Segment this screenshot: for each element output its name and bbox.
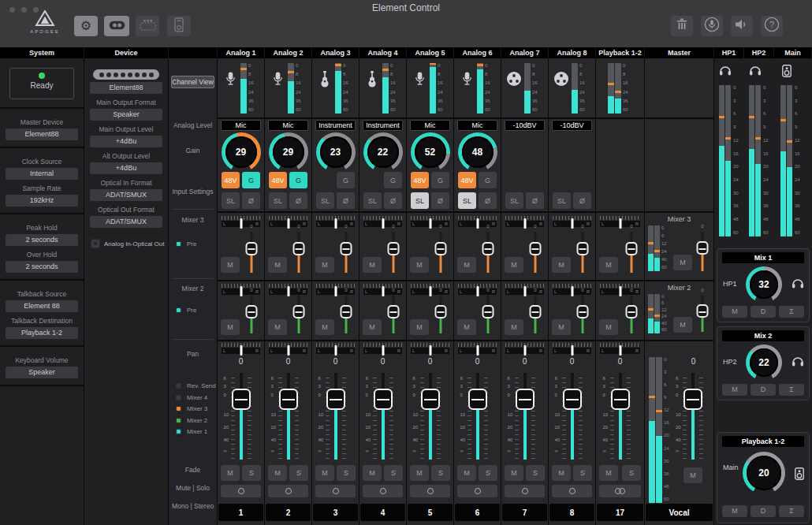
gain-knob[interactable]: 22 xyxy=(363,132,403,172)
solo-button[interactable]: S xyxy=(242,465,261,481)
solo-button[interactable]: S xyxy=(622,465,641,481)
main-fader[interactable]: 630102040∞ xyxy=(270,371,307,461)
channel-name-strip[interactable]: 2 xyxy=(266,504,311,521)
main-fader[interactable]: 630102040∞ xyxy=(554,371,590,461)
mixer3-send-fader[interactable]: 0 xyxy=(386,230,400,274)
main-pan[interactable]: LR xyxy=(505,343,544,356)
talkback-button[interactable] xyxy=(701,16,723,36)
send-fader-handle[interactable] xyxy=(435,305,447,318)
mixer3-mute-button[interactable]: M xyxy=(221,257,240,273)
mix-mute-button[interactable]: M xyxy=(722,384,747,396)
main-fader[interactable]: 630102040∞ xyxy=(412,371,449,461)
mixer2-send-fader[interactable]: 0 xyxy=(575,294,590,335)
send-fader-handle[interactable] xyxy=(435,242,447,255)
mix-level-knob[interactable]: 32 xyxy=(746,266,782,303)
pan-handle[interactable] xyxy=(240,218,242,229)
soft-limit-button[interactable]: SL xyxy=(411,192,429,209)
fader-handle[interactable] xyxy=(232,389,251,410)
group-button[interactable]: G xyxy=(479,172,497,188)
mute-button[interactable]: M xyxy=(363,465,382,481)
mono-link-button[interactable] xyxy=(268,485,308,497)
mixer3-send-fader[interactable]: 0 xyxy=(339,230,353,274)
main-pan[interactable]: LR xyxy=(600,343,640,356)
main-fader[interactable]: 630102040∞ xyxy=(507,371,543,461)
mixer3-send-fader[interactable]: 0 xyxy=(292,230,306,274)
mixer3-mute-button[interactable]: M xyxy=(410,257,429,273)
pan-handle[interactable] xyxy=(429,345,431,356)
fader-handle[interactable] xyxy=(516,389,535,410)
polarity-button[interactable]: Ø xyxy=(479,192,497,209)
main-pan[interactable]: LR xyxy=(316,343,355,356)
send-fader-handle[interactable] xyxy=(246,242,258,255)
mixer3-send-fader[interactable]: 0 xyxy=(434,230,448,274)
field-value-master-device[interactable]: Element88 xyxy=(6,128,78,140)
pan-handle[interactable] xyxy=(287,286,289,296)
send-checkbox-mixer-3[interactable] xyxy=(174,404,183,413)
pan-handle[interactable] xyxy=(240,286,242,296)
gain-knob[interactable]: 29 xyxy=(222,132,261,172)
mixer3-send-fader[interactable]: 0 xyxy=(624,230,639,274)
main-fader[interactable]: 630102040∞ xyxy=(318,371,354,461)
channel-name-strip[interactable]: 1 xyxy=(218,504,263,521)
mixer3-send-fader[interactable]: 0 xyxy=(244,230,259,274)
send-fader-handle[interactable] xyxy=(482,242,494,255)
fader-handle[interactable] xyxy=(683,389,702,410)
mute-button[interactable]: M xyxy=(410,465,429,481)
pan-handle[interactable] xyxy=(382,218,384,229)
solo-button[interactable]: S xyxy=(289,465,308,481)
channel-name-strip[interactable]: 5 xyxy=(408,504,453,521)
pan-handle[interactable] xyxy=(571,345,573,356)
main-fader[interactable]: 630102040∞ xyxy=(365,371,401,461)
input-type-selector[interactable]: Mic xyxy=(268,120,308,131)
master-name-strip[interactable]: Vocal xyxy=(646,504,713,521)
channel-name-strip[interactable]: 6 xyxy=(455,504,500,521)
phantom-48v-button[interactable]: 48V xyxy=(222,172,240,188)
mute-button[interactable]: M xyxy=(552,465,571,481)
monitor-mute-button[interactable] xyxy=(731,16,753,36)
mix-sum-button[interactable]: Σ xyxy=(779,505,804,517)
main-fader[interactable]: 630102040∞ xyxy=(460,371,496,461)
channel-name-strip[interactable]: 3 xyxy=(313,504,358,521)
pan-handle[interactable] xyxy=(523,218,526,229)
input-type-selector[interactable]: Mic xyxy=(457,120,497,131)
help-button[interactable]: ? xyxy=(761,16,783,36)
settings-button[interactable]: ⚙ xyxy=(74,16,98,36)
soft-limit-button[interactable]: SL xyxy=(505,192,523,209)
stereo-link-button[interactable] xyxy=(599,485,641,497)
pan-handle[interactable] xyxy=(287,345,289,356)
polarity-button[interactable]: Ø xyxy=(242,192,260,209)
pan-handle[interactable] xyxy=(476,218,479,229)
gain-knob[interactable]: 23 xyxy=(316,132,356,172)
pan-handle[interactable] xyxy=(429,286,431,296)
mixer2-send-fader[interactable]: 0 xyxy=(386,294,400,335)
mono-link-button[interactable] xyxy=(505,485,545,497)
send-fader-handle[interactable] xyxy=(246,305,258,318)
pan-handle[interactable] xyxy=(382,286,384,296)
pan-handle[interactable] xyxy=(334,345,337,356)
mixer2-mute-button[interactable]: M xyxy=(410,319,429,335)
field-value-talkback-destination[interactable]: Playback 1-2 xyxy=(6,327,78,339)
solo-button[interactable]: S xyxy=(384,465,403,481)
pan-handle[interactable] xyxy=(240,345,242,356)
fader-handle[interactable] xyxy=(611,389,630,410)
main-pan[interactable]: LR xyxy=(269,343,307,356)
mix-dim-button[interactable]: D xyxy=(751,505,776,517)
mute-button[interactable]: M xyxy=(268,465,287,481)
soft-limit-button[interactable]: SL xyxy=(316,192,334,209)
channel-view-button[interactable]: Channel View xyxy=(171,76,214,88)
send-fader-handle[interactable] xyxy=(697,304,709,318)
routing-view-button[interactable] xyxy=(136,16,159,36)
pre-checkbox[interactable] xyxy=(174,240,183,248)
mix-mute-button[interactable]: M xyxy=(722,505,747,517)
send-fader-handle[interactable] xyxy=(482,305,494,318)
mixer3-mute-button[interactable]: M xyxy=(268,257,287,273)
group-button[interactable]: G xyxy=(242,172,260,188)
channel-name-strip[interactable]: 7 xyxy=(502,504,547,521)
master-mixer-mute-button[interactable]: M xyxy=(673,255,692,270)
fader-handle[interactable] xyxy=(279,389,298,410)
channel-name-strip[interactable]: 8 xyxy=(549,504,594,521)
mono-link-button[interactable] xyxy=(457,485,497,497)
pan-handle[interactable] xyxy=(476,345,479,356)
fader-handle[interactable] xyxy=(374,389,393,410)
mix-sum-button[interactable]: Σ xyxy=(779,306,804,318)
